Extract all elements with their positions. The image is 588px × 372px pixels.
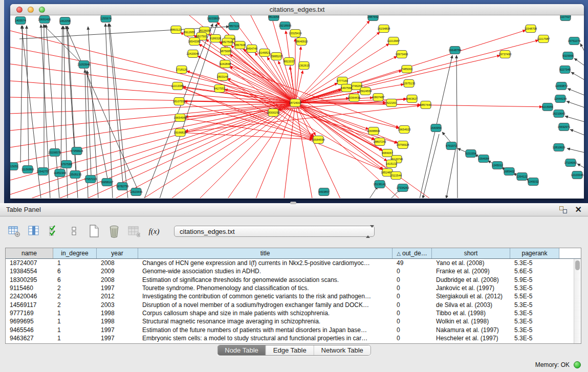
graph-node[interactable]: 21053946	[78, 61, 91, 69]
graph-node[interactable]: 18724007	[289, 99, 302, 107]
table-cell[interactable]: 5.3E-5	[510, 309, 559, 317]
row-height-button[interactable]	[68, 225, 80, 237]
table-cell[interactable]: 5.6E-5	[510, 267, 559, 275]
table-cell[interactable]: Structural magnetic resonance image aver…	[138, 317, 393, 325]
network-canvas[interactable]: 8860123891295518226058982750216543382818…	[10, 15, 584, 198]
table-cell[interactable]: Corpus callosum shape and size in male p…	[138, 309, 393, 317]
graph-node[interactable]: 8454749	[246, 45, 257, 53]
graph-node[interactable]: 1107427	[560, 15, 571, 21]
table-cell[interactable]: 5.3E-5	[510, 317, 559, 325]
table-cell[interactable]: Wolkin et al. (1998)	[432, 317, 510, 325]
graph-node[interactable]: 8860123	[170, 26, 182, 34]
table-cell[interactable]: 1997	[97, 334, 138, 342]
graph-node[interactable]: 9777169	[337, 77, 348, 85]
graph-node[interactable]: 9463627	[406, 95, 418, 103]
graph-node[interactable]: 8186328	[210, 35, 221, 42]
graph-node[interactable]: 10973493	[396, 51, 408, 58]
table-cell[interactable]: Disruption of a novel member of a sodium…	[138, 300, 393, 309]
table-cell[interactable]: Yano et al. (2008)	[432, 259, 510, 267]
graph-node[interactable]: 6497568	[341, 84, 352, 92]
table-cell[interactable]: 9699695	[6, 317, 53, 325]
graph-node[interactable]: 1640954	[430, 124, 442, 132]
graph-node[interactable]: 2803144	[217, 73, 228, 81]
graph-node[interactable]: 18640910	[295, 38, 308, 46]
graph-node[interactable]: 12213967	[387, 37, 400, 45]
graph-node[interactable]: 9827508	[222, 38, 233, 46]
graph-node[interactable]: 8215955	[542, 103, 553, 111]
graph-node[interactable]: 1615132	[386, 160, 397, 168]
table-cell[interactable]: 1998	[97, 309, 138, 317]
graph-node[interactable]: 1685402	[504, 168, 515, 176]
table-cell[interactable]: 18300295	[6, 276, 53, 284]
column-header-title[interactable]: title	[138, 248, 393, 258]
graph-node[interactable]: 12810609	[553, 144, 565, 151]
function-builder-button[interactable]: f(x)	[148, 225, 160, 237]
graph-node[interactable]: 17359924	[71, 147, 83, 155]
new-column-button[interactable]	[88, 225, 100, 237]
network-canvas-container[interactable]: 8860123891295518226058982750216543382818…	[10, 15, 584, 198]
graph-node[interactable]: 12217987	[537, 35, 550, 43]
column-header-out-degree[interactable]: △out_de…	[393, 248, 432, 258]
minimize-window-button[interactable]	[28, 7, 34, 13]
table-row[interactable]: 977716911998Corpus callosum shape and si…	[6, 309, 581, 317]
table-cell[interactable]: 5.3E-5	[510, 259, 559, 267]
graph-node[interactable]: 12975135	[403, 80, 416, 87]
graph-node[interactable]: 13325419	[289, 30, 302, 37]
graph-node[interactable]: 15624554	[359, 87, 372, 95]
table-cell[interactable]: 5.3E-5	[510, 284, 559, 292]
table-cell[interactable]: 9463627	[6, 334, 53, 342]
graph-node[interactable]: 6791972	[446, 142, 457, 150]
tab-node-table[interactable]: Node Table	[217, 345, 266, 355]
graph-node[interactable]: 13505135	[69, 171, 82, 179]
table-cell[interactable]: Investigating the contribution of common…	[138, 292, 393, 300]
table-cell[interactable]: Stergiakouli et al. (2012)	[432, 292, 510, 300]
graph-node[interactable]: 1245012	[492, 162, 503, 169]
graph-node[interactable]: 20206576	[49, 149, 61, 157]
graph-node[interactable]: 11548708	[525, 25, 537, 33]
table-cell[interactable]: 5.5E-5	[510, 292, 559, 300]
column-header-short[interactable]: short	[432, 248, 510, 258]
table-cell[interactable]: Nakamura et al. (1997)	[432, 325, 510, 334]
graph-node[interactable]: 8912955	[184, 29, 195, 36]
table-cell[interactable]: 0	[393, 300, 432, 309]
graph-node[interactable]: 20691406	[38, 16, 51, 24]
float-panel-icon[interactable]	[559, 206, 567, 213]
graph-node[interactable]: 1264122	[516, 173, 528, 181]
graph-node[interactable]: 16210643	[553, 110, 565, 118]
graph-node[interactable]: 18807243	[374, 138, 386, 146]
graph-node[interactable]: 19218906	[279, 22, 292, 30]
graph-node[interactable]: 22420046	[187, 50, 200, 58]
graph-node[interactable]: 9857440	[420, 101, 431, 109]
table-cell[interactable]: 2	[53, 300, 97, 309]
table-cell[interactable]: 18724007	[6, 259, 53, 267]
table-cell[interactable]: Estimation of the future numbers of pati…	[138, 325, 393, 334]
tab-edge-table[interactable]: Edge Table	[266, 345, 314, 355]
table-cell[interactable]: 1997	[97, 284, 138, 292]
close-panel-icon[interactable]: ✕	[575, 206, 582, 213]
graph-node[interactable]: 15136141	[374, 181, 386, 188]
graph-node[interactable]: 12093872	[555, 82, 568, 90]
graph-node[interactable]: 16782759	[116, 183, 129, 190]
graph-node[interactable]: 18107553	[173, 98, 186, 105]
table-row[interactable]: 1830029562008Estimation of significance …	[6, 276, 581, 284]
graph-node[interactable]: 19756928	[397, 141, 409, 149]
table-cell[interactable]: 2008	[97, 276, 138, 284]
table-cell[interactable]: 9115460	[6, 284, 53, 292]
graph-node[interactable]: 1255974	[100, 15, 112, 23]
table-cell[interactable]: 0	[393, 292, 432, 300]
table-cell[interactable]: Dudbridge et al. (2008)	[432, 276, 510, 284]
graph-node[interactable]: 17104063	[564, 159, 577, 167]
graph-node[interactable]: 9797588	[61, 161, 72, 168]
table-cell[interactable]: Genome-wide association studies in ADHD.	[138, 267, 393, 275]
graph-node[interactable]: 16648784	[449, 47, 462, 54]
graph-node[interactable]: 1462058	[59, 17, 71, 25]
table-row[interactable]: 1456911722003Disruption of a novel membe…	[6, 300, 581, 309]
table-cell[interactable]: 2008	[97, 259, 138, 267]
graph-node[interactable]: 9493857	[318, 188, 330, 196]
table-row[interactable]: 911546021997Tourette syndrome. Phenomeno…	[6, 284, 581, 292]
table-cell[interactable]: 1997	[97, 325, 138, 334]
graph-node[interactable]: 19737493	[499, 51, 512, 58]
graph-node[interactable]: 9329966	[562, 52, 574, 60]
graph-node[interactable]: 15692971	[558, 123, 571, 131]
table-cell[interactable]: 0	[393, 334, 432, 342]
